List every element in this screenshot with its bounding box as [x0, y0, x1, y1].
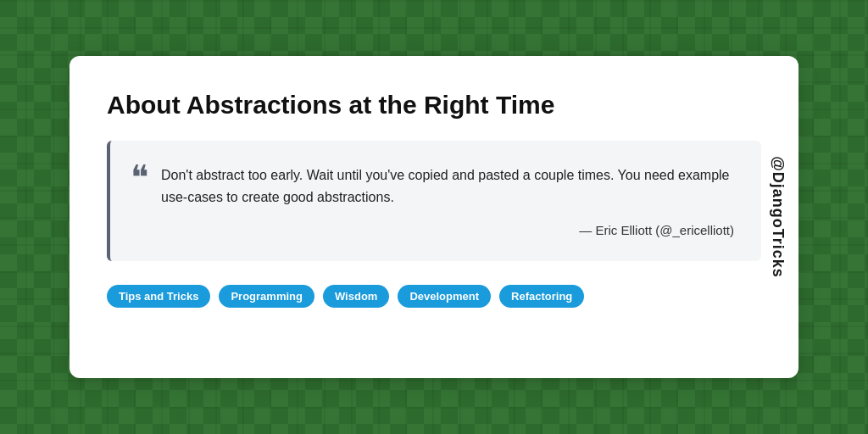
blockquote: ❝ Don't abstract too early. Wait until y…	[107, 141, 761, 261]
tag: Development	[398, 285, 491, 308]
quote-text: Don't abstract too early. Wait until you…	[161, 164, 734, 209]
quote-mark-icon: ❝	[131, 161, 149, 237]
page-background: @DjangoTricks About Abstractions at the …	[0, 0, 868, 434]
tags-row: Tips and TricksProgrammingWisdomDevelopm…	[107, 285, 761, 308]
tag: Wisdom	[323, 285, 389, 308]
card-title: About Abstractions at the Right Time	[107, 90, 761, 120]
side-label: @DjangoTricks	[770, 156, 787, 278]
tag: Tips and Tricks	[107, 285, 210, 308]
tag: Refactoring	[499, 285, 584, 308]
content-card: @DjangoTricks About Abstractions at the …	[70, 56, 798, 378]
tag: Programming	[219, 285, 314, 308]
quote-content: Don't abstract too early. Wait until you…	[161, 164, 734, 237]
quote-attribution: — Eric Elliott (@_ericelliott)	[161, 223, 734, 237]
